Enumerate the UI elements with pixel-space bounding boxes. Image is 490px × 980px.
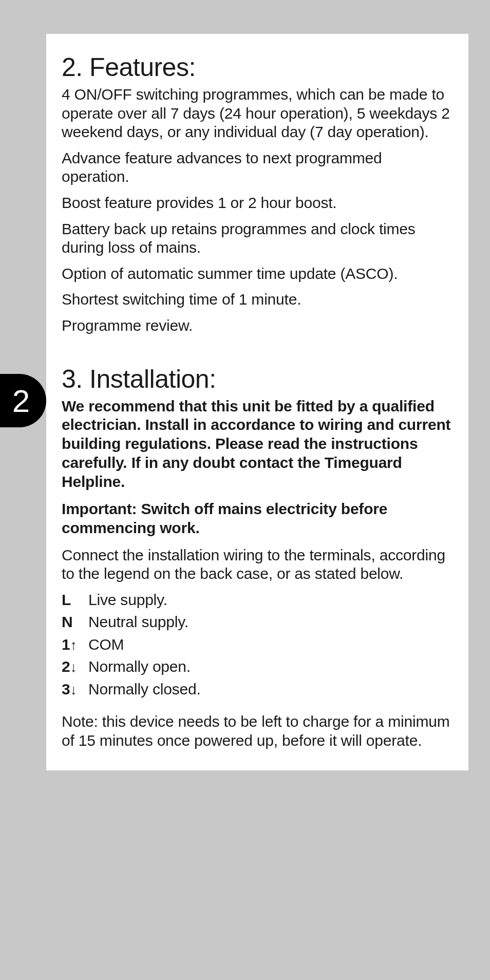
feature-item: Battery back up retains programmes and c… (62, 220, 453, 257)
terminal-row: 3↓ Normally closed. (62, 678, 453, 701)
feature-item: Shortest switching time of 1 minute. (62, 290, 453, 309)
feature-item: Option of automatic summer time update (… (62, 265, 453, 284)
terminal-label: 3↓ (62, 678, 88, 701)
features-heading: 2. Features: (62, 52, 453, 82)
terminal-label: L (62, 589, 88, 611)
feature-item: Programme review. (62, 316, 453, 335)
installation-section: 3. Installation: We recommend that this … (62, 364, 453, 750)
terminal-label: 1↑ (62, 633, 88, 656)
feature-item: Boost feature provides 1 or 2 hour boost… (62, 194, 453, 213)
page-number: 2 (12, 383, 30, 419)
recommendation-text: We recommend that this unit be fitted by… (62, 397, 453, 492)
terminal-desc: Normally open. (88, 655, 191, 678)
terminal-desc: Live supply. (88, 589, 167, 611)
note-text: Note: this device needs to be left to ch… (62, 712, 453, 750)
feature-item: 4 ON/OFF switching programmes, which can… (62, 85, 453, 142)
terminal-row: N Neutral supply. (62, 611, 453, 633)
connect-text: Connect the installation wiring to the t… (62, 546, 453, 583)
terminal-desc: COM (88, 633, 124, 656)
document-page: 2. Features: 4 ON/OFF switching programm… (46, 34, 468, 770)
page-number-tab: 2 (0, 374, 46, 427)
terminal-row: 2↓ Normally open. (62, 655, 453, 678)
features-list: 4 ON/OFF switching programmes, which can… (62, 85, 453, 335)
terminal-table: L Live supply. N Neutral supply. 1↑ COM … (62, 589, 453, 701)
installation-heading: 3. Installation: (62, 364, 453, 394)
terminal-row: L Live supply. (62, 589, 453, 611)
feature-item: Advance feature advances to next program… (62, 149, 453, 186)
terminal-row: 1↑ COM (62, 633, 453, 656)
terminal-label: N (62, 611, 88, 633)
terminal-label: 2↓ (62, 655, 88, 678)
important-text: Important: Switch off mains electricity … (62, 500, 453, 538)
terminal-desc: Normally closed. (88, 678, 201, 701)
terminal-desc: Neutral supply. (88, 611, 189, 633)
